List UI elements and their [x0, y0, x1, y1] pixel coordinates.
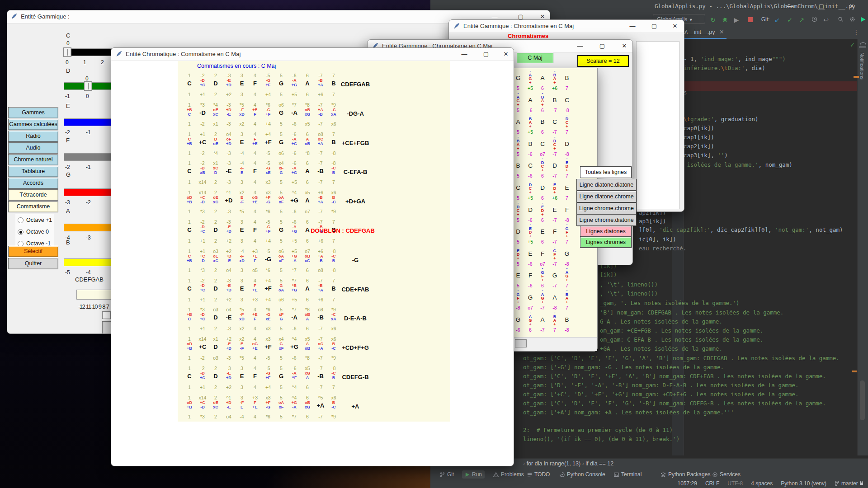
commatisme-title-bar[interactable]: Entité Chromatique : Commatisme en C Maj… — [111, 48, 514, 61]
scalaire-button[interactable]: Scalaire = 12 — [577, 55, 629, 67]
slider-note-A: A — [66, 207, 70, 214]
slider-trough-F[interactable] — [64, 153, 118, 161]
comm-note-lower: +G — [288, 171, 301, 175]
line-filter-button-1[interactable]: Ligne diatone.diatone — [576, 179, 637, 191]
back-window-canvas — [636, 41, 679, 209]
tool-window-tab-git[interactable]: Git — [437, 470, 457, 479]
execution-highlight-line — [672, 81, 858, 91]
settings-gear-icon[interactable] — [848, 16, 856, 23]
ide-close-icon[interactable]: ✕ — [843, 2, 861, 11]
nav-button-t-tracorde[interactable]: Tétracorde — [8, 189, 58, 201]
ide-minimize-icon[interactable]: — — [781, 2, 799, 11]
status-item-5[interactable]: master — [835, 480, 863, 487]
slider-trough-E[interactable] — [64, 118, 118, 126]
comm-num: -6 — [288, 219, 301, 225]
octave-radio-0[interactable] — [18, 217, 24, 223]
tool-window-tab-python-packages[interactable]: Python Packages — [658, 470, 713, 479]
comm-num: x6 — [327, 326, 340, 331]
comm-note-stacked: E-F — [236, 342, 248, 351]
tool-window-tab-problems[interactable]: Problems — [491, 470, 527, 479]
commatisme-table: Commatismes en cours : C Maj 1-22-334-55… — [178, 61, 450, 422]
nav-button-accords[interactable]: Accords — [8, 178, 58, 189]
front-maximize-icon[interactable]: ▢ — [593, 42, 611, 51]
git-commit-icon[interactable]: ✓ — [786, 16, 794, 23]
comm-note-stacked: +EF — [249, 108, 261, 117]
stop-icon[interactable] — [746, 16, 754, 23]
scrollbar-thumb[interactable] — [860, 380, 865, 420]
chromatisme-back-title-bar[interactable]: Entité Gammique : Chromatisme en C Maj —… — [449, 20, 684, 33]
slider-handle-D[interactable] — [84, 81, 92, 91]
status-item-3[interactable]: 4 spaces — [751, 480, 773, 487]
tool-window-tab-terminal[interactable]: Terminal — [611, 470, 644, 479]
rerun-icon[interactable]: ↻ — [709, 16, 717, 23]
nav-button-audio[interactable]: Audio — [8, 142, 58, 154]
back-close-icon[interactable]: ✕ — [666, 22, 684, 31]
selectif-button[interactable]: Sélectif — [8, 246, 58, 257]
tool-window-tab-todo[interactable]: TODO — [524, 470, 552, 479]
front-close-icon[interactable]: ✕ — [615, 42, 633, 51]
legend-button-0[interactable]: Lignes diatones — [580, 226, 632, 237]
nav-button-commatisme[interactable]: Commatisme — [8, 201, 58, 212]
history-icon[interactable] — [810, 16, 818, 23]
debug-frame-0[interactable]: for dia in range(1, 13) — [527, 460, 582, 467]
commatisme-close-icon[interactable]: ✕ — [497, 50, 514, 59]
kebab-menu-icon[interactable]: ⋮ — [853, 28, 860, 36]
nav-button-tablature[interactable]: Tablature — [8, 166, 58, 177]
back-maximize-icon[interactable]: ▢ — [645, 22, 663, 31]
pycharm-logo-icon[interactable] — [859, 16, 867, 24]
comm-num: -7 — [314, 336, 327, 342]
status-item-1[interactable]: CRLF — [705, 480, 719, 487]
code-line: ic[0], ik]) — [639, 236, 676, 243]
inspections-ok-icon[interactable]: ✓ — [850, 42, 855, 48]
status-item-2[interactable]: UTF-8 — [727, 480, 743, 487]
git-push-icon[interactable]: ↗ — [797, 16, 806, 23]
horizontal-scrollbar[interactable] — [515, 339, 527, 347]
status-item-0[interactable]: 1057:29 — [677, 480, 697, 487]
line-filter-button-4[interactable]: Ligne chrome.diatone — [576, 214, 637, 226]
legend-button-1[interactable]: Lignes chromes — [580, 237, 632, 248]
rollback-icon[interactable]: ↩ — [822, 16, 830, 23]
commatisme-maximize-icon[interactable]: ▢ — [477, 50, 495, 59]
tab-close-icon[interactable]: ✕ — [719, 29, 724, 35]
chromatisme-back-title: Entité Gammique : Chromatisme en C Maj — [463, 23, 574, 29]
grid-note: D — [561, 141, 573, 147]
debug-frame-1[interactable]: if dia == 12 — [585, 460, 613, 467]
comm-note-lower: +E — [249, 142, 261, 146]
slider-trough-A[interactable] — [64, 224, 118, 231]
front-minimize-icon[interactable]: — — [571, 42, 589, 51]
debug-bug-icon[interactable] — [721, 16, 729, 23]
comm-note: +G — [288, 197, 301, 204]
ide-maximize-icon[interactable]: ▢ — [812, 2, 830, 11]
tool-window-tab-services[interactable]: Services — [710, 470, 743, 479]
commatisme-minimize-icon[interactable]: — — [455, 50, 473, 59]
comm-note: +C — [196, 139, 209, 145]
profile-icon[interactable]: ▶ — [732, 16, 741, 23]
line-filter-button-3[interactable]: Ligne chrome.chrome — [576, 202, 637, 214]
comm-note-lower: F — [249, 317, 261, 322]
comm-num: 4 — [249, 219, 261, 225]
run-icon — [465, 471, 470, 479]
comm-note-stacked: -G+F — [262, 225, 274, 234]
tool-window-tab-run[interactable]: Run — [462, 470, 485, 479]
clipped-checkbox[interactable] — [102, 311, 111, 319]
git-update-icon[interactable]: ↙ — [773, 16, 781, 23]
tool-window-tab-python-console[interactable]: Python Console — [557, 470, 608, 479]
octave-radio-1[interactable] — [18, 229, 24, 235]
nav-button-gammes-calcul-es[interactable]: Gammes calculées — [8, 119, 58, 130]
status-item-4[interactable]: Python 3.10 (venv) — [781, 480, 826, 487]
comm-num: x6 — [327, 190, 340, 195]
notifications-vertical-label[interactable]: Notifications — [859, 52, 865, 80]
slider-trough-B[interactable] — [64, 258, 118, 266]
nav-button-gammes-classiques[interactable]: Gammes classiques — [8, 107, 58, 118]
key-cmaj-button[interactable]: C Maj — [517, 53, 553, 63]
slider-handle-C[interactable] — [63, 47, 71, 57]
nav-button-chrome-naturel[interactable]: Chrome naturel — [8, 154, 58, 165]
search-icon[interactable] — [836, 16, 844, 23]
line-filter-button-0[interactable]: Toutes les lignes — [580, 166, 632, 178]
nav-button-radio[interactable]: Radio — [8, 131, 58, 142]
line-filter-button-2[interactable]: Ligne diatone.chrome — [576, 191, 637, 202]
slider-trough-G[interactable] — [64, 188, 118, 196]
quitter-button[interactable]: Quitter — [8, 258, 58, 269]
grid-num: 6 — [536, 129, 549, 135]
back-minimize-icon[interactable]: — — [623, 22, 642, 31]
